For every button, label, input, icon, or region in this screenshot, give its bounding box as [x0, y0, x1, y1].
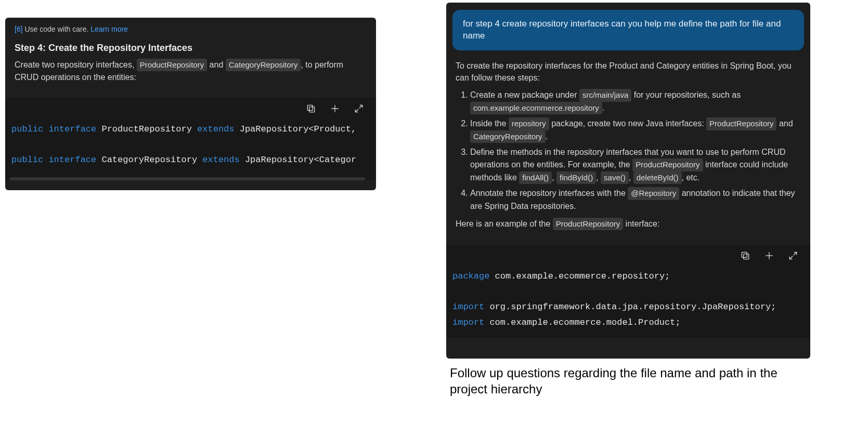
assistant-intro: To create the repository interfaces for …	[456, 60, 801, 84]
chip-src-main-java: src/main/java	[579, 89, 631, 102]
steps-list: Create a new package under src/main/java…	[470, 89, 801, 213]
step-heading: Step 4: Create the Repository Interfaces	[15, 43, 367, 54]
citation-text: Use code with care.	[24, 25, 90, 33]
chip-productrepository: ProductRepository	[553, 218, 623, 230]
code-toolbar	[5, 98, 376, 117]
step-item-4: Annotate the repository interfaces with …	[470, 187, 801, 213]
svg-line-4	[359, 105, 362, 108]
chip-repository-annotation: @Repository	[628, 187, 679, 200]
assistant-outro: Here is an example of the ProductReposit…	[456, 218, 801, 230]
step-item-2: Inside the repository package, create tw…	[470, 117, 801, 143]
step-item-3: Define the methods in the repository int…	[470, 146, 801, 184]
citation-bracket: [6]	[15, 25, 23, 33]
left-code-content: public interface ProductRepository exten…	[5, 117, 376, 175]
right-code-block: package com.example.ecommerce.repository…	[446, 245, 810, 338]
step-item-1: Create a new package under src/main/java…	[470, 89, 801, 114]
chip-save: save()	[601, 171, 629, 184]
svg-rect-1	[307, 105, 313, 110]
plus-icon[interactable]	[329, 103, 341, 114]
expand-icon[interactable]	[353, 103, 365, 114]
horizontal-scrollbar[interactable]	[9, 177, 365, 180]
code-toolbar	[446, 245, 810, 265]
learn-more-link[interactable]: Learn more	[90, 25, 128, 33]
chip-productrepository: ProductRepository	[137, 59, 207, 71]
chip-categoryrepository: CategoryRepository	[470, 130, 546, 143]
plus-icon[interactable]	[763, 250, 775, 261]
user-message-bubble: for step 4 create repository interfaces …	[452, 10, 804, 50]
left-snippet-panel: [6] Use code with care. Learn more Step …	[5, 18, 376, 190]
left-code-block: public interface ProductRepository exten…	[5, 98, 376, 180]
right-chat-panel: for step 4 create repository interfaces …	[446, 3, 810, 359]
svg-line-11	[789, 256, 793, 259]
svg-line-10	[794, 252, 797, 255]
figure-caption: Follow up questions regarding the file n…	[450, 365, 814, 397]
svg-rect-0	[309, 107, 315, 112]
svg-line-5	[355, 109, 358, 112]
chip-findbyid: findById()	[556, 171, 596, 184]
step-description: Create two repository interfaces, Produc…	[15, 59, 367, 83]
citation-row: [6] Use code with care. Learn more	[15, 25, 367, 33]
copy-icon[interactable]	[740, 250, 751, 261]
expand-icon[interactable]	[787, 250, 799, 261]
svg-rect-6	[744, 254, 749, 259]
chip-repository: repository	[509, 117, 549, 130]
right-code-content: package com.example.ecommerce.repository…	[446, 265, 810, 338]
chip-productrepository: ProductRepository	[706, 117, 776, 130]
chip-deletebyid: deleteById()	[633, 171, 682, 184]
chip-findall: findAll()	[519, 171, 552, 184]
chip-repo-package: com.example.ecommerce.repository	[470, 102, 602, 115]
left-content: [6] Use code with care. Learn more Step …	[5, 18, 376, 90]
chip-categoryrepository: CategoryRepository	[226, 59, 301, 71]
svg-rect-7	[742, 252, 747, 257]
chip-productrepository: ProductRepository	[632, 158, 703, 171]
assistant-response: To create the repository interfaces for …	[446, 60, 810, 237]
copy-icon[interactable]	[305, 103, 317, 114]
